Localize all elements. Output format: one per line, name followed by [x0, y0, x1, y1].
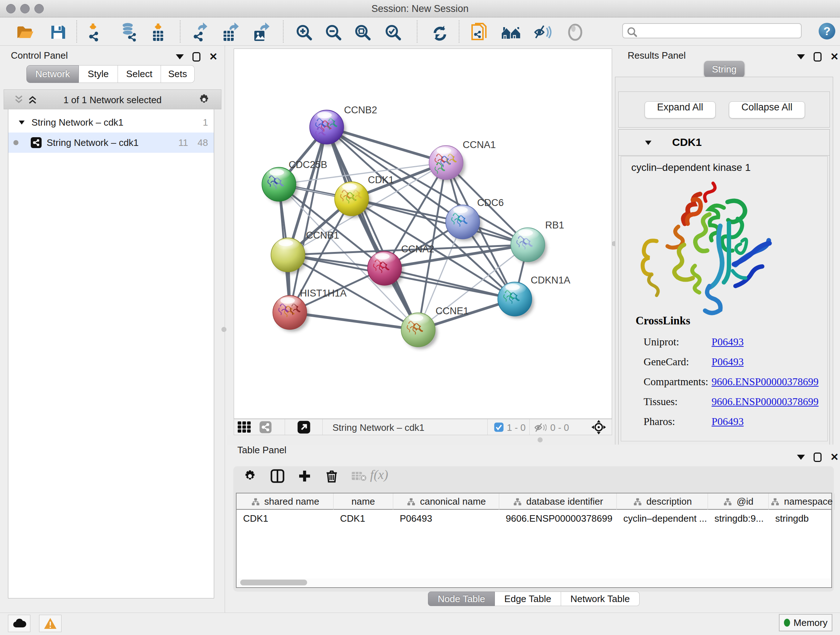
network-edge[interactable]: [290, 127, 327, 312]
table-function-icon[interactable]: f(x): [370, 467, 388, 482]
hide-unhide-icon[interactable]: [533, 22, 553, 42]
tab-select[interactable]: Select: [118, 65, 161, 83]
zoom-in-icon[interactable]: [294, 22, 314, 42]
tab-node-table[interactable]: Node Table: [428, 592, 495, 606]
zoom-out-icon[interactable]: [323, 22, 343, 42]
fit-content-icon[interactable]: [591, 419, 607, 435]
hidden-eye-icon[interactable]: [534, 422, 546, 433]
results-panel-float-icon[interactable]: [813, 52, 821, 62]
network-node-ccne1[interactable]: CCNE1: [401, 306, 469, 349]
table-clear-icon[interactable]: [351, 470, 366, 483]
network-canvas[interactable]: CCNB2CCNA1CDC25BCDK1CDC6RB1CCNB1CCNA2CDK…: [234, 49, 612, 419]
export-network-icon[interactable]: [189, 22, 210, 42]
gene-collapse-icon[interactable]: [644, 138, 653, 147]
table-cell[interactable]: stringdb: [769, 510, 835, 526]
tab-style[interactable]: Style: [79, 65, 118, 83]
network-node-ccna1[interactable]: CCNA1: [429, 139, 496, 182]
table-settings-gear-icon[interactable]: [243, 469, 257, 483]
tab-sets[interactable]: Sets: [161, 65, 195, 83]
table-add-icon[interactable]: [297, 469, 312, 483]
help-button[interactable]: ?: [819, 23, 835, 40]
crosslink-link[interactable]: P06493: [712, 337, 744, 347]
node-label: CCNA1: [463, 139, 496, 150]
table-column-header[interactable]: database identifier: [499, 494, 617, 510]
zoom-fit-icon[interactable]: [352, 22, 373, 42]
network-node-hist1h1a[interactable]: HIST1H1A: [273, 288, 347, 332]
network-list-gear-icon[interactable]: [198, 93, 210, 106]
network-node-rb1[interactable]: RB1: [511, 220, 564, 264]
import-network-icon[interactable]: [84, 22, 104, 42]
tab-string[interactable]: String: [704, 61, 745, 78]
table-column-header[interactable]: shared name: [237, 494, 333, 510]
table-panel-close-icon[interactable]: ✕: [830, 451, 838, 463]
network-node-cdkn1a[interactable]: CDKN1A: [498, 275, 570, 318]
control-panel-menu-icon[interactable]: [176, 54, 184, 59]
zoom-selected-icon[interactable]: [383, 22, 403, 42]
network-edge[interactable]: [327, 127, 418, 330]
import-table-icon[interactable]: [148, 22, 168, 42]
selected-checkbox-icon[interactable]: [494, 422, 504, 432]
control-panel-float-icon[interactable]: [193, 52, 201, 62]
home-network-icon[interactable]: [501, 22, 521, 42]
export-image-icon[interactable]: [251, 22, 271, 42]
crosslink-link[interactable]: P06493: [712, 356, 744, 367]
import-database-icon[interactable]: [118, 22, 139, 42]
cloud-status-button[interactable]: [8, 615, 30, 632]
table-cell[interactable]: stringdb:9...: [708, 510, 769, 526]
table-delete-icon[interactable]: [325, 469, 339, 483]
refresh-icon[interactable]: [430, 22, 450, 42]
results-panel-menu-icon[interactable]: [797, 54, 805, 59]
table-column-header[interactable]: description: [617, 494, 708, 510]
crosslinks-section: CrossLinks Uniprot:P06493GeneCard:P06493…: [636, 314, 824, 427]
table-column-header[interactable]: canonical name: [393, 494, 499, 510]
search-input[interactable]: [622, 23, 802, 38]
preview-icon[interactable]: [565, 22, 585, 42]
gene-panel: CDK1 cyclin–dependent kinase 1: [618, 129, 830, 447]
tab-network[interactable]: Network: [27, 65, 79, 83]
share-document-icon[interactable]: [469, 22, 489, 42]
tab-edge-table[interactable]: Edge Table: [495, 592, 561, 606]
table-cell[interactable]: cyclin–dependent ...: [617, 510, 708, 526]
toolbar-separator: [180, 20, 180, 43]
grid-view-icon[interactable]: [237, 421, 254, 434]
export-table-icon[interactable]: [220, 22, 240, 42]
results-panel-close-icon[interactable]: ✕: [830, 51, 838, 63]
collapse-all-button[interactable]: Collapse All: [729, 101, 805, 119]
table-columns-icon[interactable]: [270, 469, 285, 483]
network-tree-parent-row[interactable]: String Network – cdk1 1: [8, 112, 214, 133]
crosslink-link[interactable]: P06493: [712, 416, 744, 427]
table-cell[interactable]: P06493: [393, 510, 499, 526]
expand-all-button[interactable]: Expand All: [645, 101, 715, 119]
open-in-window-icon[interactable]: [297, 420, 311, 434]
crosslink-link[interactable]: 9606.ENSP00000378699: [712, 377, 819, 387]
warning-status-button[interactable]: [39, 615, 62, 632]
table-cell[interactable]: 9606.ENSP00000378699: [499, 510, 617, 526]
table-cell[interactable]: CDK1: [333, 510, 393, 526]
table-horizontal-scrollbar[interactable]: [237, 578, 831, 586]
crosslink-link[interactable]: 9606.ENSP00000378699: [712, 396, 819, 407]
table-cell[interactable]: CDK1: [237, 510, 333, 526]
column-label: @id: [737, 496, 753, 507]
left-splitter-handle[interactable]: [221, 327, 226, 332]
table-panel-float-icon[interactable]: [813, 453, 821, 462]
table-column-header[interactable]: name: [333, 494, 393, 510]
network-edge[interactable]: [385, 268, 515, 299]
network-node-cdc6[interactable]: CDC6: [446, 197, 504, 241]
memory-button[interactable]: Memory: [779, 614, 832, 631]
table-scrollbar-thumb[interactable]: [240, 580, 307, 585]
open-session-icon[interactable]: [14, 22, 35, 42]
table-row[interactable]: CDK1CDK1P064939606.ENSP00000378699cyclin…: [237, 510, 831, 526]
network-edge[interactable]: [290, 312, 418, 330]
gene-header[interactable]: CDK1: [619, 130, 829, 156]
save-session-icon[interactable]: [48, 22, 68, 42]
network-node-cdc25b[interactable]: CDC25B: [262, 159, 327, 203]
gene-description: cyclin–dependent kinase 1: [631, 162, 751, 173]
table-panel-menu-icon[interactable]: [797, 455, 805, 460]
table-column-header[interactable]: @id: [708, 494, 769, 510]
tree-expand-icon[interactable]: [18, 119, 26, 126]
control-panel-close-icon[interactable]: ✕: [209, 51, 218, 63]
network-tree-child-row[interactable]: String Network – cdk1 11 48: [8, 133, 214, 153]
network-node-cdk1[interactable]: CDK1: [335, 174, 394, 218]
tab-network-table[interactable]: Network Table: [561, 592, 639, 606]
table-column-header[interactable]: namespace: [769, 494, 835, 510]
